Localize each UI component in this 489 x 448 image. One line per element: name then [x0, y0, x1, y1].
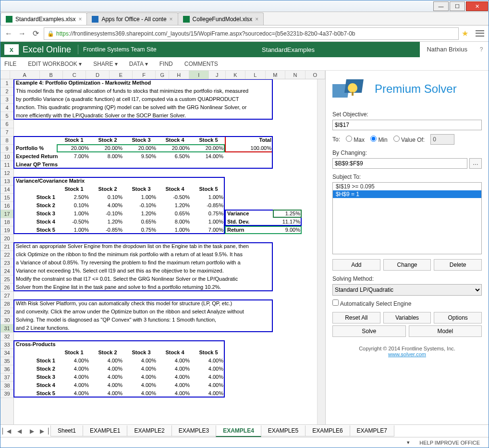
row-header[interactable]: 27	[0, 292, 13, 300]
row-header[interactable]: 39	[0, 390, 13, 398]
row-header[interactable]: 10	[0, 153, 13, 161]
column-header[interactable]: L	[245, 71, 265, 79]
close-button[interactable]: ✕	[466, 1, 488, 11]
column-header[interactable]: M	[266, 71, 285, 79]
bookmark-icon[interactable]: ★	[462, 29, 468, 38]
column-header[interactable]: O	[306, 71, 325, 79]
row-header[interactable]: 23	[0, 259, 13, 267]
add-button[interactable]: Add	[332, 259, 380, 271]
sheet-first-button[interactable]: ▏◀	[0, 428, 13, 435]
menu-item[interactable]: EDIT WORKBOOK ▾	[28, 61, 82, 67]
browser-tab[interactable]: Apps for Office - All conte×	[86, 12, 178, 25]
team-site-link[interactable]: Frontline Systems Team Site	[83, 46, 157, 53]
delete-button[interactable]: Delete	[434, 259, 482, 271]
reload-button[interactable]: ⟳	[30, 28, 41, 39]
set-objective-input[interactable]	[332, 120, 482, 130]
sheet-last-button[interactable]: ▶▕	[38, 428, 50, 435]
row-header[interactable]: 15	[0, 194, 13, 202]
column-header[interactable]: H	[169, 71, 189, 79]
minimize-button[interactable]: —	[433, 1, 449, 11]
row-header[interactable]: 36	[0, 365, 13, 373]
change-button[interactable]: Change	[383, 259, 431, 271]
column-header[interactable]: G	[156, 71, 169, 79]
column-header[interactable]: C	[63, 71, 86, 79]
sheet-tab[interactable]: EXAMPLE6	[305, 425, 350, 436]
row-header[interactable]: 29	[0, 308, 13, 316]
row-header[interactable]: 33	[0, 341, 13, 349]
browser-tab[interactable]: StandardExamples.xlsx×	[0, 12, 87, 25]
help-improve-link[interactable]: HELP IMPROVE OFFICE	[419, 440, 480, 446]
url-input[interactable]: 🔒 https://frontlinesystems369.sharepoint…	[44, 27, 459, 40]
sheet-next-button[interactable]: ▶	[25, 428, 38, 435]
back-button[interactable]: ←	[3, 28, 14, 39]
row-header[interactable]: 13	[0, 177, 13, 186]
tab-close-icon[interactable]: ×	[255, 16, 258, 23]
constraints-list[interactable]: $I$19 >= 0.095$H$9 = 1	[332, 182, 482, 254]
row-header[interactable]: 17	[0, 210, 13, 218]
range-picker-button[interactable]: …	[469, 158, 482, 169]
row-header[interactable]: 3	[0, 96, 13, 104]
column-header[interactable]: N	[285, 71, 305, 79]
row-header[interactable]: 26	[0, 284, 13, 292]
row-header[interactable]: 14	[0, 186, 13, 194]
column-header[interactable]: I	[189, 71, 209, 79]
row-header[interactable]: 25	[0, 275, 13, 284]
solve-button[interactable]: Solve	[332, 325, 406, 337]
row-header[interactable]: 20	[0, 235, 13, 243]
model-button[interactable]: Model	[409, 325, 482, 337]
row-header[interactable]: 1	[0, 79, 13, 87]
resetall-button[interactable]: Reset All	[332, 312, 380, 324]
row-header[interactable]: 21	[0, 243, 13, 251]
help-icon[interactable]: ?	[474, 42, 489, 57]
row-header[interactable]: 5	[0, 112, 13, 120]
sheet-tab[interactable]: EXAMPLE2	[127, 425, 171, 436]
row-header[interactable]: 22	[0, 251, 13, 259]
row-header[interactable]: 19	[0, 226, 13, 235]
sheet-tab[interactable]: Sheet1	[50, 425, 83, 436]
column-header[interactable]: K	[226, 71, 245, 79]
column-header[interactable]: D	[86, 71, 109, 79]
selected-cell[interactable]	[273, 210, 302, 218]
row-header[interactable]: 16	[0, 202, 13, 210]
constraint-item[interactable]: $I$19 >= 0.095	[333, 183, 481, 190]
forward-button[interactable]: →	[17, 28, 27, 39]
row-header[interactable]: 32	[0, 333, 13, 341]
auto-engine-checkbox[interactable]: Automatically Select Engine	[332, 300, 411, 307]
row-header[interactable]: 24	[0, 267, 13, 275]
row-header[interactable]: 34	[0, 349, 13, 357]
column-header[interactable]: J	[209, 71, 226, 79]
menu-item[interactable]: COMMENTS	[184, 61, 218, 67]
row-header[interactable]: 38	[0, 382, 13, 390]
user-name[interactable]: Nathan Brixius	[420, 42, 474, 57]
row-header[interactable]: 30	[0, 316, 13, 324]
row-header[interactable]: 2	[0, 87, 13, 96]
menu-item[interactable]: FILE	[4, 61, 16, 67]
row-header[interactable]: 28	[0, 300, 13, 308]
hamburger-icon[interactable]	[474, 29, 486, 38]
maximize-button[interactable]: ☐	[450, 1, 465, 11]
row-header[interactable]: 4	[0, 104, 13, 112]
column-header[interactable]: E	[110, 71, 133, 79]
row-header[interactable]: 9	[0, 145, 13, 153]
max-radio[interactable]: Max	[346, 136, 365, 143]
sheet-tab[interactable]: EXAMPLE7	[350, 425, 394, 436]
sheet-tab[interactable]: EXAMPLE5	[261, 425, 306, 436]
solving-method-select[interactable]: Standard LP/Quadratic	[332, 284, 482, 296]
sheet-tab[interactable]: EXAMPLE3	[171, 425, 216, 436]
constraint-item[interactable]: $H$9 = 1	[333, 190, 481, 198]
column-header[interactable]: F	[133, 71, 156, 79]
row-header[interactable]: 35	[0, 357, 13, 365]
tab-close-icon[interactable]: ×	[170, 16, 173, 23]
sheet-tab[interactable]: EXAMPLE1	[83, 425, 127, 436]
variables-button[interactable]: Variables	[383, 312, 431, 324]
menu-item[interactable]: SHARE ▾	[93, 61, 118, 67]
row-header[interactable]: 37	[0, 373, 13, 382]
menu-item[interactable]: FIND	[159, 61, 173, 67]
sheet-tab[interactable]: EXAMPLE4	[216, 425, 261, 437]
row-header[interactable]: 6	[0, 120, 13, 128]
min-radio[interactable]: Min	[370, 136, 388, 143]
menu-item[interactable]: DATA ▾	[129, 61, 148, 67]
row-header[interactable]: 8	[0, 137, 13, 145]
cells-canvas[interactable]: Example 4: Portfolio Optimization - Mark…	[14, 79, 317, 424]
sheet-prev-button[interactable]: ◀	[13, 428, 25, 435]
